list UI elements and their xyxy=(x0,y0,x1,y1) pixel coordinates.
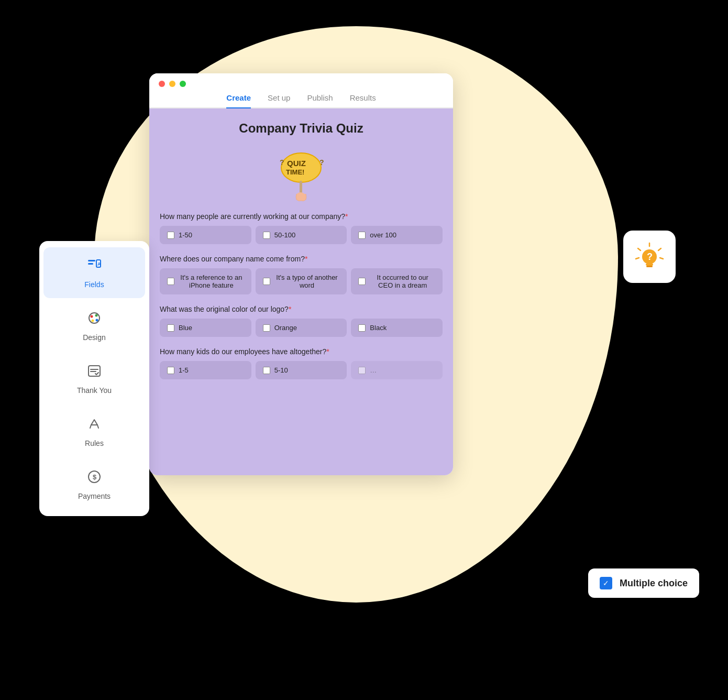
question-4: How many kids do our employees have alto… xyxy=(160,347,443,379)
q4-option-1[interactable]: 1-5 xyxy=(160,361,251,379)
q2-option-1[interactable]: It's a reference to an iPhone feature xyxy=(160,268,251,294)
svg-rect-0 xyxy=(88,260,95,261)
svg-text:?: ? xyxy=(647,251,653,262)
sidebar-item-fields-label: Fields xyxy=(84,280,104,289)
q4-checkbox-2 xyxy=(263,367,270,374)
thank-you-icon xyxy=(86,363,103,383)
tab-create[interactable]: Create xyxy=(226,93,251,108)
q3-checkbox-2 xyxy=(263,324,270,332)
tab-setup[interactable]: Set up xyxy=(268,93,290,108)
payments-icon: $ xyxy=(86,468,103,489)
sidebar-item-fields[interactable]: A Fields xyxy=(43,247,145,298)
svg-point-12 xyxy=(281,153,321,182)
lightbulb-card: ? xyxy=(623,231,676,283)
quiz-image: ? ? QUIZ TIME! xyxy=(160,144,443,204)
q3-checkbox-1 xyxy=(167,324,174,332)
svg-text:QUIZ: QUIZ xyxy=(287,159,306,168)
q2-checkbox-3 xyxy=(358,278,366,285)
question-4-options: 1-5 5-10 … xyxy=(160,361,443,379)
q4-option-2[interactable]: 5-10 xyxy=(256,361,347,379)
q3-option-1[interactable]: Blue xyxy=(160,319,251,337)
q3-option-3[interactable]: Black xyxy=(351,319,443,337)
q4-checkbox-3 xyxy=(358,367,366,374)
q1-checkbox-1 xyxy=(167,232,174,239)
browser-toolbar xyxy=(149,73,453,87)
browser-dot-red xyxy=(159,81,165,87)
svg-rect-27 xyxy=(646,266,653,267)
svg-point-7 xyxy=(96,319,98,322)
q2-option-2[interactable]: It's a typo of another word xyxy=(256,268,347,294)
svg-line-20 xyxy=(658,248,661,250)
browser-tabs: Create Set up Publish Results xyxy=(149,87,453,108)
multiple-choice-badge: ✓ Multiple choice xyxy=(588,568,699,598)
q2-checkbox-2 xyxy=(263,278,270,285)
rules-icon xyxy=(86,415,103,436)
badge-checkbox-icon: ✓ xyxy=(600,577,612,589)
question-1-text: How many people are currently working at… xyxy=(160,212,443,221)
sidebar-item-payments[interactable]: $ Payments xyxy=(43,459,145,510)
svg-line-22 xyxy=(638,248,641,250)
svg-point-5 xyxy=(91,315,93,318)
question-3-text: What was the original color of our logo?… xyxy=(160,305,443,313)
question-3: What was the original color of our logo?… xyxy=(160,305,443,337)
svg-text:TIME!: TIME! xyxy=(286,168,304,176)
question-4-text: How many kids do our employees have alto… xyxy=(160,347,443,356)
design-icon xyxy=(86,310,103,330)
svg-point-6 xyxy=(95,314,98,317)
svg-text:A: A xyxy=(97,261,101,267)
question-2: Where does our company name come from?* … xyxy=(160,255,443,294)
sidebar-item-design[interactable]: Design xyxy=(43,300,145,351)
svg-point-8 xyxy=(92,320,94,322)
svg-text:$: $ xyxy=(93,473,97,481)
sidebar: A Fields Design Thank You xyxy=(39,241,149,516)
q2-option-3[interactable]: It occurred to our CEO in a dream xyxy=(351,268,443,294)
tab-results[interactable]: Results xyxy=(350,93,376,108)
quiz-time-svg: ? ? QUIZ TIME! xyxy=(272,144,330,202)
q1-checkbox-3 xyxy=(358,232,366,239)
badge-label: Multiple choice xyxy=(620,578,688,589)
q4-option-3[interactable]: … xyxy=(351,361,443,379)
q2-checkbox-1 xyxy=(167,278,174,285)
lightbulb-icon: ? xyxy=(634,241,665,272)
svg-point-4 xyxy=(89,313,100,323)
svg-line-21 xyxy=(660,258,663,259)
question-3-options: Blue Orange Black xyxy=(160,319,443,337)
q1-checkbox-2 xyxy=(263,232,270,239)
question-1-options: 1-50 50-100 over 100 xyxy=(160,226,443,244)
q4-checkbox-1 xyxy=(167,367,174,374)
sidebar-item-thank-you-label: Thank You xyxy=(77,386,112,395)
browser-window: Create Set up Publish Results Company Tr… xyxy=(149,73,453,475)
sidebar-item-design-label: Design xyxy=(83,333,106,342)
quiz-title: Company Trivia Quiz xyxy=(160,121,443,136)
browser-dot-green xyxy=(180,81,186,87)
sidebar-item-rules-label: Rules xyxy=(85,439,104,447)
svg-text:?: ? xyxy=(319,158,324,167)
question-2-text: Where does our company name come from?* xyxy=(160,255,443,263)
question-1: How many people are currently working at… xyxy=(160,212,443,244)
svg-line-23 xyxy=(636,258,639,259)
q3-option-2[interactable]: Orange xyxy=(256,319,347,337)
question-2-options: It's a reference to an iPhone feature It… xyxy=(160,268,443,294)
q1-option-3[interactable]: over 100 xyxy=(351,226,443,244)
sidebar-item-rules[interactable]: Rules xyxy=(43,406,145,457)
svg-rect-26 xyxy=(646,264,653,266)
sidebar-item-thank-you[interactable]: Thank You xyxy=(43,353,145,404)
svg-rect-1 xyxy=(88,263,93,265)
browser-dot-yellow xyxy=(169,81,175,87)
sidebar-item-payments-label: Payments xyxy=(78,492,111,500)
q1-option-1[interactable]: 1-50 xyxy=(160,226,251,244)
tab-publish[interactable]: Publish xyxy=(307,93,333,108)
q3-checkbox-3 xyxy=(358,324,366,332)
svg-text:?: ? xyxy=(280,158,284,167)
fields-icon: A xyxy=(86,257,103,277)
q1-option-2[interactable]: 50-100 xyxy=(256,226,347,244)
quiz-content: Company Trivia Quiz ? ? QUIZ TIME! xyxy=(149,108,453,475)
